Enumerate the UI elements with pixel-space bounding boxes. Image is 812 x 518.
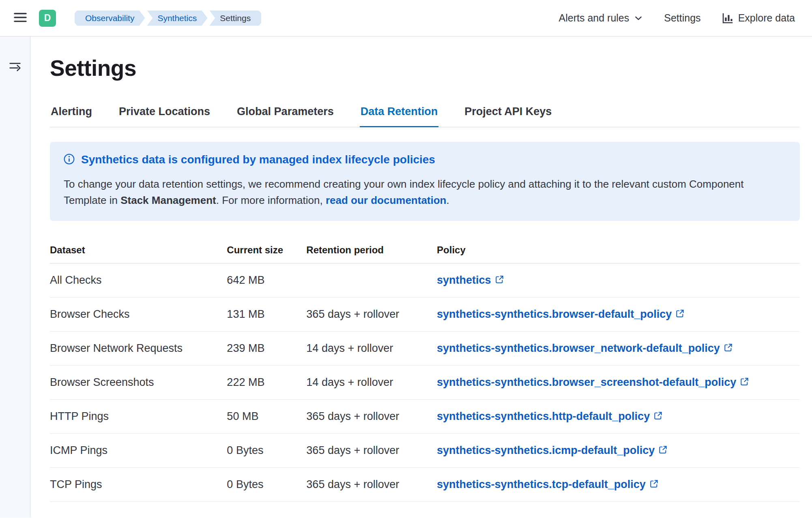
chevron-down-icon — [634, 14, 643, 23]
table-row: Browser Network Requests 239 MB 14 days … — [50, 331, 800, 365]
tab-data-retention[interactable]: Data Retention — [360, 101, 439, 127]
breadcrumb-synthetics[interactable]: Synthetics — [147, 11, 207, 26]
dataset-cell: Browser Checks — [50, 297, 227, 331]
policy-link-label: synthetics-synthetics.browser-default_po… — [437, 308, 672, 321]
policy-link-label: synthetics-synthetics.icmp-default_polic… — [437, 444, 655, 457]
menu-button[interactable] — [12, 10, 28, 26]
explore-data-label: Explore data — [738, 12, 795, 24]
policy-link-label: synthetics-synthetics.browser_network-de… — [437, 342, 720, 355]
tab-private-locations[interactable]: Private Locations — [118, 101, 211, 127]
column-header-current-size: Current size — [227, 238, 306, 263]
expand-sidebar-button[interactable] — [9, 60, 21, 73]
callout-body-post: . — [447, 194, 449, 206]
table-row: Browser Screenshots 222 MB 14 days + rol… — [50, 365, 800, 399]
explore-data-button[interactable]: Explore data — [722, 12, 795, 24]
header-right: Alerts and rules Settings Explore data — [559, 12, 795, 24]
policy-link[interactable]: synthetics-synthetics.icmp-default_polic… — [437, 444, 667, 457]
policy-cell: synthetics-synthetics.browser_screenshot… — [437, 365, 800, 399]
space-avatar[interactable]: D — [39, 10, 56, 27]
size-cell: 222 MB — [227, 365, 306, 399]
policy-link[interactable]: synthetics-synthetics.browser_screenshot… — [437, 376, 749, 389]
expand-sidebar-icon — [9, 60, 21, 73]
table-row: TCP Pings 0 Bytes 365 days + rollover sy… — [50, 467, 800, 501]
size-cell: 0 Bytes — [227, 467, 306, 501]
table-row: ICMP Pings 0 Bytes 365 days + rollover s… — [50, 433, 800, 467]
retention-cell: 365 days + rollover — [306, 433, 437, 467]
callout-title: Synthetics data is configured by managed… — [81, 153, 435, 166]
policy-cell: synthetics-synthetics.http-default_polic… — [437, 399, 800, 433]
external-link-icon — [740, 376, 749, 389]
external-link-icon — [676, 308, 684, 321]
policy-link[interactable]: synthetics-synthetics.browser-default_po… — [437, 308, 684, 321]
tab-alerting[interactable]: Alerting — [50, 101, 93, 127]
column-header-policy: Policy — [437, 238, 800, 263]
size-cell: 131 MB — [227, 297, 306, 331]
policy-cell: synthetics-synthetics.browser-default_po… — [437, 297, 800, 331]
policy-cell: synthetics-synthetics.tcp-default_policy — [437, 467, 800, 501]
breadcrumb-observability[interactable]: Observability — [75, 11, 145, 26]
alerts-and-rules-menu[interactable]: Alerts and rules — [559, 12, 643, 24]
tab-bar: Alerting Private Locations Global Parame… — [50, 101, 800, 127]
policy-link[interactable]: synthetics — [437, 274, 504, 287]
dataset-cell: HTTP Pings — [50, 399, 227, 433]
table-row: Browser Checks 131 MB 365 days + rollove… — [50, 297, 800, 331]
info-icon — [64, 154, 75, 166]
retention-cell — [306, 263, 437, 297]
alerts-and-rules-label: Alerts and rules — [559, 12, 629, 24]
tab-project-api-keys[interactable]: Project API Keys — [464, 101, 552, 127]
bar-chart-icon — [722, 13, 733, 24]
breadcrumb: Observability Synthetics Settings — [75, 11, 261, 26]
column-header-retention-period: Retention period — [306, 238, 437, 263]
policy-link-label: synthetics-synthetics.tcp-default_policy — [437, 478, 646, 491]
retention-table: Dataset Current size Retention period Po… — [50, 238, 800, 502]
policy-cell: synthetics-synthetics.icmp-default_polic… — [437, 433, 800, 467]
dataset-cell: ICMP Pings — [50, 433, 227, 467]
table-row: All Checks 642 MB synthetics — [50, 263, 800, 297]
retention-cell: 365 days + rollover — [306, 467, 437, 501]
policy-link-label: synthetics — [437, 274, 491, 287]
tab-global-parameters[interactable]: Global Parameters — [236, 101, 335, 127]
documentation-link[interactable]: read our documentation — [326, 194, 447, 206]
callout-body-mid: . For more information, — [216, 194, 326, 206]
column-header-dataset: Dataset — [50, 238, 227, 263]
table-header-row: Dataset Current size Retention period Po… — [50, 238, 800, 263]
retention-cell: 365 days + rollover — [306, 399, 437, 433]
external-link-icon — [654, 410, 662, 423]
policy-link[interactable]: synthetics-synthetics.browser_network-de… — [437, 342, 733, 355]
size-cell: 642 MB — [227, 263, 306, 297]
size-cell: 239 MB — [227, 331, 306, 365]
table-row: HTTP Pings 50 MB 365 days + rollover syn… — [50, 399, 800, 433]
hamburger-icon — [13, 10, 28, 26]
header-settings-label: Settings — [664, 12, 700, 24]
policy-cell: synthetics-synthetics.browser_network-de… — [437, 331, 800, 365]
dataset-cell: All Checks — [50, 263, 227, 297]
main-content: Settings Alerting Private Locations Glob… — [30, 36, 812, 518]
policy-cell: synthetics — [437, 263, 800, 297]
breadcrumb-settings[interactable]: Settings — [209, 11, 261, 26]
external-link-icon — [495, 274, 504, 287]
dataset-cell: TCP Pings — [50, 467, 227, 501]
policy-link-label: synthetics-synthetics.browser_screenshot… — [437, 376, 736, 389]
header-settings-link[interactable]: Settings — [664, 12, 700, 24]
dataset-cell: Browser Screenshots — [50, 365, 227, 399]
dataset-cell: Browser Network Requests — [50, 331, 227, 365]
callout-body-bold: Stack Management — [120, 194, 216, 206]
policy-link[interactable]: synthetics-synthetics.http-default_polic… — [437, 410, 662, 423]
size-cell: 50 MB — [227, 399, 306, 433]
policy-link[interactable]: synthetics-synthetics.tcp-default_policy — [437, 478, 658, 491]
collapsed-sidebar — [0, 36, 30, 518]
page-title: Settings — [50, 55, 800, 81]
external-link-icon — [724, 342, 733, 355]
size-cell: 0 Bytes — [227, 433, 306, 467]
external-link-icon — [659, 444, 667, 457]
policy-link-label: synthetics-synthetics.http-default_polic… — [437, 410, 650, 423]
callout-body: To change your data retention settings, … — [64, 176, 786, 209]
lower-layout: Settings Alerting Private Locations Glob… — [0, 36, 812, 518]
retention-cell: 14 days + rollover — [306, 365, 437, 399]
info-callout: Synthetics data is configured by managed… — [50, 142, 800, 221]
header: D Observability Synthetics Settings Aler… — [0, 0, 812, 36]
callout-header: Synthetics data is configured by managed… — [64, 153, 786, 166]
external-link-icon — [650, 478, 658, 491]
header-left: D Observability Synthetics Settings — [12, 10, 261, 27]
retention-cell: 365 days + rollover — [306, 297, 437, 331]
